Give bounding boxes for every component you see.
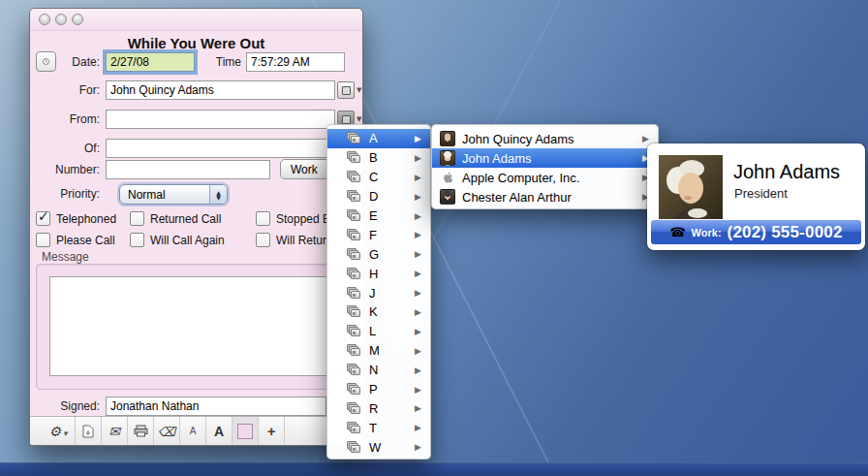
menu-item-letter[interactable]: F bbox=[327, 225, 430, 244]
checkbox-icon[interactable] bbox=[130, 211, 144, 226]
checkbox-icon[interactable] bbox=[36, 211, 50, 226]
checkbox-returned-call[interactable]: Returned Call bbox=[130, 211, 221, 226]
number-input[interactable] bbox=[106, 160, 270, 179]
menu-item-letter[interactable]: D bbox=[327, 187, 430, 206]
add-button[interactable] bbox=[259, 417, 285, 445]
minimize-button[interactable] bbox=[55, 14, 67, 25]
portrait-icon bbox=[440, 131, 455, 146]
menu-item-letter[interactable]: M bbox=[327, 341, 430, 361]
checkbox-will-call-again[interactable]: Will Call Again bbox=[130, 233, 225, 247]
cards-stack-icon bbox=[347, 305, 362, 318]
menu-item-john-quincy-adams[interactable]: John Quincy Adams bbox=[432, 129, 658, 148]
portrait-icon bbox=[440, 150, 455, 166]
window-titlebar[interactable] bbox=[30, 9, 362, 31]
while-you-were-out-window: While You Were Out Date: Time For: From:… bbox=[29, 8, 363, 446]
submenu-arrow-icon bbox=[415, 211, 421, 221]
cards-stack-icon bbox=[347, 287, 362, 300]
menu-item-apple-computer[interactable]: Apple Computer, Inc. bbox=[432, 168, 658, 187]
message-textarea[interactable] bbox=[49, 276, 346, 376]
checkbox-label: Will Call Again bbox=[150, 234, 225, 247]
priority-value: Normal bbox=[120, 188, 209, 202]
work-phone-bar[interactable]: Work: (202) 555-0002 bbox=[651, 220, 861, 244]
chevron-down-icon bbox=[356, 86, 361, 94]
menu-item-letter[interactable]: L bbox=[327, 322, 430, 341]
date-label: Date: bbox=[32, 55, 100, 69]
checkbox-will-return[interactable]: Will Return bbox=[256, 233, 333, 247]
menu-item-letter[interactable]: E bbox=[327, 206, 430, 226]
signed-input[interactable] bbox=[106, 397, 326, 416]
envelope-icon bbox=[108, 423, 120, 440]
menu-item-letter[interactable]: K bbox=[327, 302, 430, 322]
email-button[interactable] bbox=[102, 417, 128, 445]
color-swatch-button[interactable] bbox=[232, 417, 259, 445]
menu-item-letter[interactable]: B bbox=[327, 148, 430, 168]
gear-icon bbox=[48, 423, 61, 440]
zoom-button[interactable] bbox=[72, 14, 83, 25]
phone-icon bbox=[669, 225, 685, 239]
for-label: For: bbox=[32, 83, 100, 97]
cards-stack-icon bbox=[347, 190, 362, 203]
checkbox-label: Please Call bbox=[56, 234, 115, 247]
for-contact-dropdown-button[interactable] bbox=[337, 81, 362, 99]
submenu-arrow-icon bbox=[415, 192, 421, 202]
menu-item-john-adams[interactable]: John Adams bbox=[432, 148, 658, 168]
delete-record-button[interactable] bbox=[154, 417, 180, 445]
of-input[interactable] bbox=[106, 139, 335, 158]
cards-stack-icon bbox=[347, 383, 362, 396]
menu-item-letter[interactable]: T bbox=[327, 418, 430, 437]
submenu-arrow-icon bbox=[415, 442, 421, 452]
cards-stack-icon bbox=[347, 422, 362, 434]
date-input[interactable] bbox=[106, 52, 195, 72]
menu-item-letter[interactable]: A bbox=[327, 129, 430, 148]
menu-item-letter[interactable]: W bbox=[327, 437, 430, 457]
from-label: From: bbox=[32, 112, 100, 126]
checkbox-stopped-by[interactable]: Stopped By bbox=[256, 211, 336, 226]
new-record-icon bbox=[82, 425, 94, 438]
menu-item-letter[interactable]: J bbox=[327, 283, 430, 302]
gear-menu-button[interactable] bbox=[42, 417, 76, 445]
submenu-arrow-icon bbox=[415, 134, 421, 143]
submenu-arrow-icon bbox=[415, 327, 421, 336]
checkbox-telephoned[interactable]: Telephoned bbox=[36, 211, 116, 226]
time-input[interactable] bbox=[246, 52, 345, 72]
cards-stack-icon bbox=[347, 209, 362, 222]
menu-item-letter[interactable]: H bbox=[327, 264, 430, 283]
menu-item-letter[interactable]: R bbox=[327, 398, 430, 418]
checkbox-please-call[interactable]: Please Call bbox=[36, 233, 115, 247]
checkbox-icon[interactable] bbox=[256, 211, 270, 226]
priority-label: Priority: bbox=[32, 187, 100, 201]
font-larger-button[interactable]: A bbox=[206, 417, 232, 445]
contact-title: President bbox=[734, 186, 788, 201]
menu-item-letter[interactable]: C bbox=[327, 168, 430, 187]
priority-popup[interactable]: Normal bbox=[119, 184, 228, 205]
submenu-arrow-icon bbox=[415, 403, 421, 413]
cards-stack-icon bbox=[347, 171, 362, 183]
menu-item-chester-alan-arthur[interactable]: Chester Alan Arthur bbox=[432, 187, 658, 206]
font-smaller-button[interactable]: A bbox=[180, 417, 206, 445]
submenu-arrow-icon bbox=[415, 230, 421, 239]
phone-label: Work: bbox=[692, 227, 722, 238]
close-button[interactable] bbox=[39, 14, 50, 25]
checkbox-icon[interactable] bbox=[130, 233, 144, 247]
apple-logo-icon bbox=[440, 170, 455, 185]
menu-item-letter[interactable]: G bbox=[327, 244, 430, 264]
cards-stack-icon bbox=[347, 364, 362, 376]
submenu-arrow-icon bbox=[415, 153, 421, 163]
menu-item-letter[interactable]: P bbox=[327, 380, 430, 399]
checkbox-icon[interactable] bbox=[36, 233, 50, 247]
cards-stack-icon bbox=[347, 325, 362, 337]
checkbox-icon[interactable] bbox=[256, 233, 270, 247]
contact-letter-menu: A B C D E F G H J K L M N P R T W bbox=[326, 124, 431, 460]
submenu-arrow-icon bbox=[415, 307, 421, 317]
cards-stack-icon bbox=[347, 268, 362, 280]
submenu-arrow-icon bbox=[415, 269, 421, 278]
new-record-button[interactable] bbox=[76, 417, 102, 445]
submenu-arrow-icon bbox=[415, 346, 421, 356]
from-input[interactable] bbox=[106, 110, 335, 129]
for-input[interactable] bbox=[106, 80, 335, 100]
time-label: Time bbox=[193, 55, 241, 69]
menu-item-letter[interactable]: N bbox=[327, 361, 430, 380]
phone-number: (202) 555-0002 bbox=[728, 223, 843, 242]
print-button[interactable] bbox=[128, 417, 154, 445]
cards-stack-icon bbox=[347, 344, 362, 357]
